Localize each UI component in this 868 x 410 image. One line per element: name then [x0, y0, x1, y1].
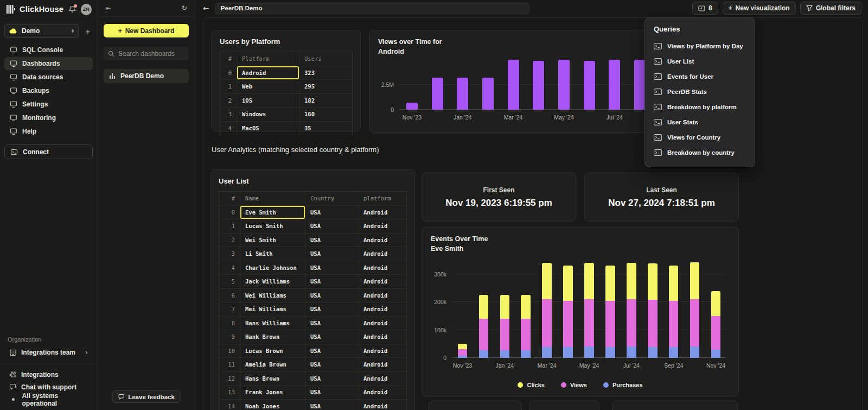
- queries-menu-item[interactable]: Views by Platform by Day: [654, 39, 746, 54]
- table-row[interactable]: 2 Wei Smith USA Android: [219, 233, 406, 247]
- dashboard-search[interactable]: [104, 47, 189, 60]
- table-row[interactable]: 1 Lucas Smith USA Android: [219, 219, 406, 233]
- sidebar-bottom: Organization Integrations team › Integra…: [0, 336, 97, 406]
- nav-item-label: Dashboards: [22, 60, 60, 67]
- system-status-item[interactable]: All systems operational: [4, 393, 93, 406]
- add-workspace-button[interactable]: +: [83, 27, 93, 36]
- table-row[interactable]: 3 Li Smith USA Android: [219, 247, 406, 261]
- integrations-item[interactable]: Integrations: [4, 368, 93, 381]
- dashboard-search-input[interactable]: [118, 50, 184, 58]
- table-row[interactable]: 6 Wei Williams USA Android: [219, 288, 406, 302]
- new-visualization-label: New visualization: [736, 4, 790, 12]
- dashboard-title-input[interactable]: [215, 3, 529, 14]
- organization-section-label: Organization: [0, 336, 97, 343]
- sidebar-nav: SQL Console Dashboards Data sources Back…: [0, 38, 97, 138]
- table-header-row: # Name Country platform: [219, 192, 406, 205]
- table-row[interactable]: 14 Noah Jones USA Android: [219, 399, 406, 410]
- main-area: ← 8 + New visualization Global filters: [195, 0, 868, 410]
- sidebar-header: ClickHouse ZN: [0, 0, 97, 18]
- sidebar-nav-item[interactable]: Data sources: [4, 71, 93, 84]
- leave-feedback-label: Leave feedback: [128, 394, 175, 400]
- dashboard-list-item[interactable]: PeerDB Demo: [104, 69, 189, 83]
- chart-bar: [482, 56, 494, 110]
- main-topbar: ← 8 + New visualization Global filters: [195, 0, 868, 16]
- terminal-icon: [654, 73, 662, 80]
- sidebar-nav-item[interactable]: SQL Console: [4, 43, 93, 56]
- queries-menu-item-label: Views by Platform by Day: [667, 43, 743, 49]
- chart-bar: [542, 257, 552, 358]
- refresh-icon[interactable]: ↻: [182, 4, 187, 12]
- sidebar-nav-item[interactable]: Help: [4, 125, 93, 138]
- queries-menu-item-label: User Stats: [667, 119, 698, 125]
- table-row[interactable]: 2 iOS 182: [220, 93, 352, 108]
- terminal-icon: [654, 134, 662, 141]
- funnel-icon: [806, 5, 813, 11]
- events-over-time-plot[interactable]: 0100k200k300kNov '23Jan '24Mar '24May '2…: [452, 257, 726, 358]
- notification-dot: [74, 4, 77, 8]
- notifications-bell-icon[interactable]: [67, 4, 77, 14]
- clickhouse-logo-icon: [7, 5, 16, 14]
- chart-legend[interactable]: ClicksViewsPurchases: [422, 382, 738, 388]
- sidebar-nav-item[interactable]: Dashboards: [4, 57, 93, 70]
- sidebar: ClickHouse ZN Demo ▴▾ + SQL Console Da: [0, 0, 98, 410]
- global-filters-button[interactable]: Global filters: [800, 2, 861, 15]
- new-dashboard-button[interactable]: + New Dashboard: [104, 24, 189, 37]
- table-row[interactable]: 13 Frank Jones USA Android: [219, 385, 406, 399]
- chart-bar: [521, 257, 531, 358]
- visualization-count-button[interactable]: 8: [692, 2, 718, 15]
- table-row[interactable]: 12 Hans Brown USA Android: [219, 371, 406, 386]
- table-row[interactable]: 0 Eve Smith USA Android: [219, 205, 406, 219]
- chart-bar: [479, 257, 489, 358]
- nav-item-label: Data sources: [22, 73, 63, 81]
- status-dot: [12, 398, 15, 401]
- back-arrow-icon[interactable]: ←: [203, 4, 209, 12]
- queries-menu-item[interactable]: User Stats: [654, 115, 746, 130]
- chart-title-block: Views over Time for Android: [378, 37, 442, 56]
- table-row[interactable]: 8 Hans Williams USA Android: [219, 316, 406, 330]
- queries-menu-item[interactable]: Breakdown by platform: [654, 99, 746, 115]
- connect-label: Connect: [23, 148, 49, 156]
- table-row[interactable]: 5 Jack Williams USA Android: [219, 274, 406, 288]
- table-row[interactable]: 0 Android 323: [220, 66, 352, 80]
- chart-bar: [609, 56, 620, 110]
- table-row[interactable]: 7 Mei Williams USA Android: [219, 302, 406, 316]
- cloud-icon: [9, 28, 17, 34]
- workspace-select[interactable]: Demo ▴▾: [4, 24, 79, 38]
- sidebar-nav-item[interactable]: Monitoring: [4, 111, 93, 124]
- table-row[interactable]: 1 Web 295: [220, 79, 352, 93]
- table-row[interactable]: 11 Amelia Brown USA Android: [219, 357, 406, 371]
- collapse-panel-icon[interactable]: ⇤: [105, 4, 111, 12]
- organization-team-item[interactable]: Integrations team ›: [4, 346, 93, 359]
- sidebar-nav-item[interactable]: Backups: [4, 84, 93, 97]
- queries-menu-item[interactable]: Breakdown by country: [654, 145, 746, 160]
- queries-menu-item[interactable]: Events for User: [654, 69, 746, 84]
- queries-menu-list: Views by Platform by Day User List Event…: [654, 39, 746, 160]
- chart-bar: [508, 56, 519, 110]
- last-seen-value: Nov 27, 2024 7:18:51 pm: [608, 198, 715, 209]
- queries-menu-item-label: Breakdown by platform: [667, 104, 737, 110]
- chart-bar: [457, 56, 468, 110]
- connect-button[interactable]: Connect: [4, 144, 93, 159]
- nav-item-icon: [9, 73, 17, 81]
- table-row[interactable]: 4 MacOS 35: [220, 121, 352, 135]
- dashboard-list: PeerDB Demo: [104, 69, 189, 83]
- user-avatar[interactable]: ZN: [81, 4, 92, 15]
- nav-item-label: Backups: [22, 87, 49, 94]
- new-visualization-button[interactable]: + New visualization: [723, 2, 796, 15]
- table-header-row: # Platform Users: [220, 52, 352, 66]
- partial-card: [612, 401, 738, 410]
- search-icon: [108, 51, 114, 57]
- queries-menu-item[interactable]: User List: [654, 54, 746, 69]
- queries-menu-item[interactable]: PeerDB Stats: [654, 84, 746, 99]
- users-by-platform-table: # Platform Users 0 Android 323 1 Web 295: [220, 52, 353, 135]
- table-row[interactable]: 9 Hank Brown USA Android: [219, 330, 406, 344]
- queries-menu-item[interactable]: Views for Country: [654, 130, 746, 145]
- table-row[interactable]: 10 Lucas Brown USA Android: [219, 344, 406, 358]
- leave-feedback-button[interactable]: Leave feedback: [112, 390, 181, 403]
- sidebar-nav-item[interactable]: Settings: [4, 98, 93, 111]
- workspace-name: Demo: [22, 27, 67, 35]
- table-row[interactable]: 4 Charlie Johnson USA Android: [219, 261, 406, 275]
- nav-item-label: Monitoring: [22, 114, 56, 122]
- last-seen-label: Last Seen: [646, 186, 677, 194]
- table-row[interactable]: 3 Windows 160: [220, 107, 352, 121]
